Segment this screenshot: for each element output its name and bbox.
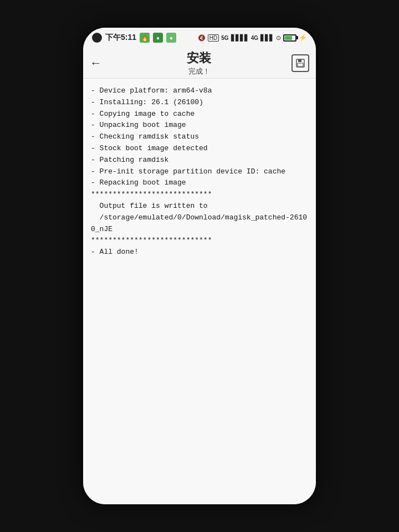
mute-icon: 🔇 (198, 34, 206, 42)
log-line: **************************** (91, 189, 308, 201)
battery-fill (285, 36, 292, 40)
svg-rect-2 (298, 63, 303, 66)
battery-bolt: ⚡ (299, 34, 307, 42)
log-line: - Repacking boot image (91, 177, 308, 189)
5g-icon: 5G (221, 35, 228, 41)
signal-bar-2: ▋▋▋ (260, 34, 274, 42)
wifi-icon: ⊙ (276, 34, 281, 42)
status-left: 下午5:11 🔥 ● ● (92, 33, 176, 43)
app-icon-fire: 🔥 (140, 33, 150, 43)
phone-frame: 下午5:11 🔥 ● ● 🔇 HD 5G ▋▋▋▋ 4G ▋▋▋ ⊙ ⚡ ← 安… (83, 28, 316, 504)
log-line: - Copying image to cache (91, 109, 308, 120)
app-bar: ← 安装 完成！ (83, 48, 316, 79)
page-subtitle: 完成！ (188, 66, 210, 76)
back-button[interactable]: ← (90, 57, 102, 69)
camera-dot (92, 33, 102, 43)
log-line: - Pre-init storage partition device ID: … (91, 166, 308, 178)
app-icon-circle1: ● (153, 33, 163, 43)
save-icon-svg (295, 58, 305, 68)
log-line: Output file is written to (91, 201, 308, 212)
app-icon-wechat: ● (166, 33, 176, 43)
page-title: 安装 (187, 50, 211, 66)
log-line: - Stock boot image detected (91, 143, 308, 155)
status-icons: 🔇 HD 5G ▋▋▋▋ 4G ▋▋▋ ⊙ ⚡ (198, 34, 307, 42)
log-line: - Installing: 26.1 (26100) (91, 97, 308, 109)
log-line: /storage/emulated/0/Download/magisk_patc… (91, 212, 308, 236)
status-time: 下午5:11 (105, 33, 136, 43)
log-line: - All done! (91, 247, 308, 258)
log-area[interactable]: - Device platform: arm64-v8a- Installing… (83, 79, 316, 504)
log-line: **************************** (91, 235, 308, 247)
status-bar: 下午5:11 🔥 ● ● 🔇 HD 5G ▋▋▋▋ 4G ▋▋▋ ⊙ ⚡ (83, 28, 316, 48)
svg-rect-1 (298, 59, 301, 62)
4g-icon: 4G (251, 35, 258, 41)
log-line: - Device platform: arm64-v8a (91, 85, 308, 97)
log-line: - Checking ramdisk status (91, 131, 308, 143)
signal-bar-1: ▋▋▋▋ (231, 34, 249, 42)
battery-icon (283, 34, 296, 42)
hd-badge: HD (208, 34, 219, 42)
log-line: - Patching ramdisk (91, 155, 308, 166)
app-title-block: 安装 完成！ (106, 50, 291, 76)
log-line: - Unpacking boot image (91, 120, 308, 131)
save-button[interactable] (291, 54, 309, 72)
